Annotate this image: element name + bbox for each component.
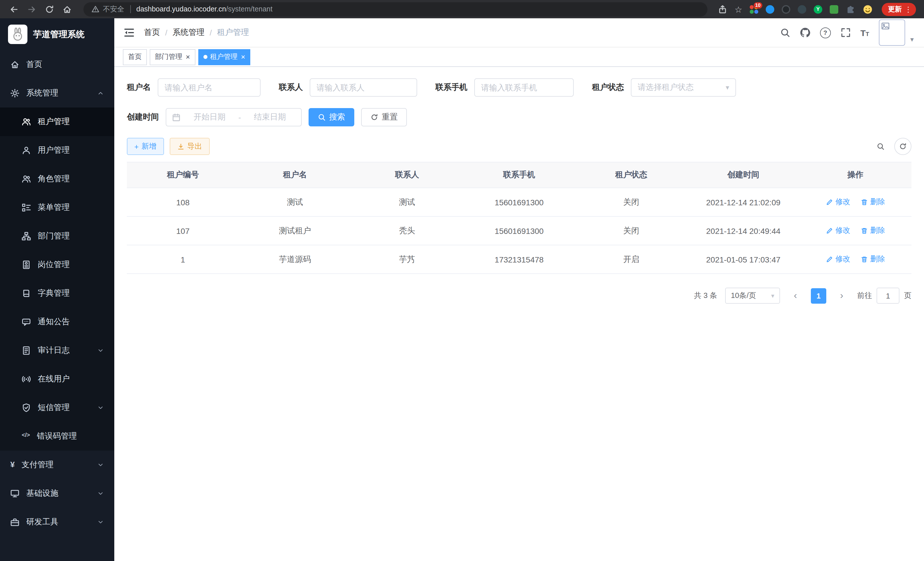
breadcrumb-separator: / bbox=[210, 28, 212, 37]
browser-update-button[interactable]: 更新 ⋮ bbox=[882, 3, 916, 16]
share-icon[interactable] bbox=[717, 4, 727, 14]
chevron-down-icon bbox=[97, 519, 104, 526]
app-title: 芋道管理系统 bbox=[33, 29, 85, 40]
delete-label: 删除 bbox=[870, 254, 885, 265]
breadcrumb-section[interactable]: 系统管理 bbox=[172, 27, 205, 38]
close-icon[interactable]: × bbox=[241, 53, 245, 61]
tab-dept[interactable]: 部门管理 × bbox=[150, 49, 195, 65]
cell-contact: 芋艿 bbox=[351, 245, 463, 274]
profile-avatar-icon[interactable] bbox=[863, 4, 873, 14]
delete-link[interactable]: 删除 bbox=[861, 226, 885, 236]
avatar[interactable] bbox=[879, 20, 905, 46]
extension-dark-icon[interactable] bbox=[798, 5, 806, 14]
browser-home-icon[interactable] bbox=[62, 4, 72, 14]
sidebar-item-infra[interactable]: 基础设施 bbox=[0, 479, 114, 508]
sidebar-item-online-user[interactable]: 在线用户 bbox=[0, 365, 114, 393]
reload-icon[interactable] bbox=[45, 4, 54, 14]
tab-home[interactable]: 首页 bbox=[123, 49, 147, 65]
cell-created: 2021-12-14 21:02:09 bbox=[687, 188, 799, 217]
prev-page-button[interactable]: ‹ bbox=[788, 288, 803, 304]
sidebar-item-label: 研发工具 bbox=[26, 517, 58, 527]
bookmark-star-icon[interactable]: ☆ bbox=[735, 4, 742, 14]
sidebar-item-user[interactable]: 用户管理 bbox=[0, 136, 114, 165]
sidebar-item-error-code[interactable]: </> 错误码管理 bbox=[0, 422, 114, 451]
extension-aperture-icon[interactable] bbox=[782, 5, 790, 14]
sidebar-item-pay[interactable]: ¥ 支付管理 bbox=[0, 451, 114, 479]
toggle-search-button[interactable] bbox=[873, 138, 889, 154]
breadcrumb-home[interactable]: 首页 bbox=[144, 27, 160, 38]
reset-button[interactable]: 重置 bbox=[361, 108, 407, 126]
browser-menu-icon[interactable]: ⋮ bbox=[904, 5, 912, 14]
gear-icon bbox=[10, 89, 20, 98]
browser-actions: ☆ 10 Y 更新 ⋮ bbox=[715, 3, 918, 16]
sidebar-item-dept[interactable]: 部门管理 bbox=[0, 222, 114, 250]
url-bar[interactable]: 不安全 dashboard.yudao.iocoder.cn/system/te… bbox=[83, 2, 707, 16]
sidebar-item-menu[interactable]: 菜单管理 bbox=[0, 193, 114, 222]
export-button[interactable]: 导出 bbox=[170, 138, 209, 155]
sidebar-toggle-icon[interactable] bbox=[123, 27, 135, 38]
extension-badge: 10 bbox=[753, 2, 762, 8]
start-date-placeholder: 开始日期 bbox=[184, 112, 235, 122]
edit-link[interactable]: 修改 bbox=[826, 254, 850, 265]
sidebar-item-system[interactable]: 系统管理 bbox=[0, 79, 114, 108]
org-chart-icon bbox=[22, 232, 31, 241]
signal-icon bbox=[22, 375, 31, 384]
fullscreen-icon[interactable] bbox=[840, 27, 850, 38]
yen-icon: ¥ bbox=[10, 460, 15, 469]
back-icon[interactable] bbox=[9, 4, 19, 14]
extension-blue-icon[interactable] bbox=[766, 5, 774, 14]
sidebar-item-sms[interactable]: 短信管理 bbox=[0, 393, 114, 422]
avatar-caret-icon[interactable]: ▾ bbox=[910, 35, 914, 44]
add-button[interactable]: + 新增 bbox=[127, 138, 164, 155]
search-button[interactable]: 搜索 bbox=[309, 108, 354, 126]
forward-icon[interactable] bbox=[27, 4, 37, 14]
sidebar-item-dev-tools[interactable]: 研发工具 bbox=[0, 508, 114, 536]
sidebar-item-label: 支付管理 bbox=[22, 460, 54, 470]
search-button-label: 搜索 bbox=[329, 112, 345, 122]
status-select[interactable]: 请选择租户状态 ▾ bbox=[631, 78, 736, 97]
phone-input[interactable] bbox=[474, 78, 574, 97]
page-size-value: 10条/页 bbox=[731, 290, 756, 301]
contact-input[interactable] bbox=[310, 78, 417, 97]
delete-link[interactable]: 删除 bbox=[861, 197, 885, 207]
font-size-small-glyph: T bbox=[866, 31, 869, 37]
close-icon[interactable]: × bbox=[186, 53, 190, 61]
sidebar-item-dict[interactable]: 字典管理 bbox=[0, 279, 114, 308]
end-date-placeholder: 结束日期 bbox=[244, 112, 296, 122]
sidebar-item-tenant[interactable]: 租户管理 bbox=[0, 108, 114, 136]
home-icon bbox=[10, 60, 20, 69]
extension-palette-icon[interactable]: 10 bbox=[750, 5, 758, 14]
sidebar-item-audit-log[interactable]: 审计日志 bbox=[0, 336, 114, 365]
page-size-select[interactable]: 10条/页 ▾ bbox=[725, 288, 780, 304]
extensions-puzzle-icon[interactable] bbox=[846, 4, 855, 14]
extension-green-icon[interactable] bbox=[830, 5, 838, 14]
github-icon[interactable] bbox=[800, 27, 810, 38]
table-row: 107 测试租户 秃头 15601691300 关闭 2021-12-14 20… bbox=[127, 217, 911, 245]
app-logo[interactable]: 芋道管理系统 bbox=[0, 18, 114, 50]
refresh-table-button[interactable] bbox=[894, 138, 911, 155]
current-page-button[interactable]: 1 bbox=[811, 288, 826, 303]
date-range-picker[interactable]: 开始日期 - 结束日期 bbox=[166, 108, 302, 126]
edit-link[interactable]: 修改 bbox=[826, 197, 850, 207]
next-page-button[interactable]: › bbox=[834, 288, 849, 304]
goto-page-input[interactable] bbox=[877, 288, 899, 304]
chevron-down-icon: ▾ bbox=[726, 83, 729, 92]
extension-y-icon[interactable]: Y bbox=[814, 5, 822, 14]
sidebar-item-label: 系统管理 bbox=[26, 88, 58, 98]
font-size-icon[interactable]: TT bbox=[860, 28, 869, 37]
delete-label: 删除 bbox=[870, 226, 885, 236]
sidebar-item-role[interactable]: 角色管理 bbox=[0, 165, 114, 193]
sidebar-item-post[interactable]: 岗位管理 bbox=[0, 250, 114, 279]
help-icon[interactable]: ? bbox=[820, 27, 831, 38]
sidebar-item-home[interactable]: 首页 bbox=[0, 50, 114, 79]
chevron-up-icon bbox=[97, 90, 104, 97]
tenant-name-input[interactable] bbox=[158, 78, 261, 97]
plus-icon: + bbox=[134, 142, 139, 151]
delete-link[interactable]: 删除 bbox=[861, 254, 885, 265]
page-unit-label: 页 bbox=[904, 290, 911, 301]
trash-icon bbox=[861, 199, 868, 206]
search-icon[interactable] bbox=[780, 27, 790, 38]
tab-tenant[interactable]: 租户管理 × bbox=[198, 49, 250, 65]
edit-link[interactable]: 修改 bbox=[826, 226, 850, 236]
sidebar-item-notice[interactable]: 通知公告 bbox=[0, 308, 114, 336]
